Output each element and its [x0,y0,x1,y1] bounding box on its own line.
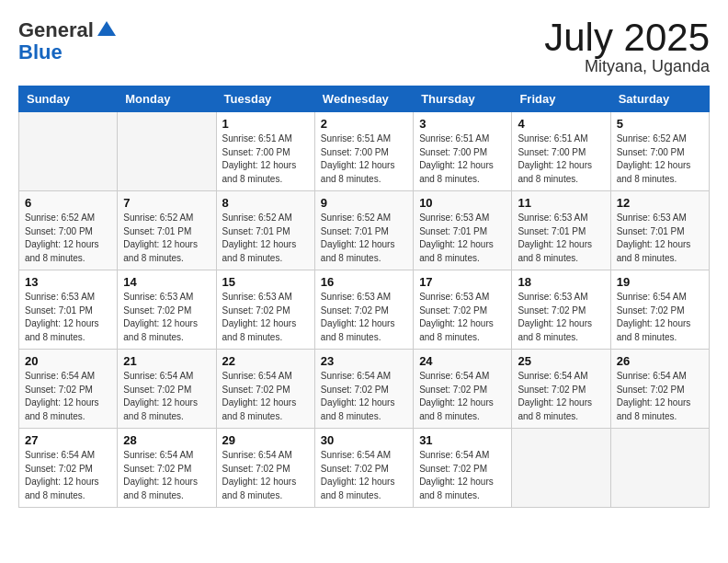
calendar-cell: 2Sunrise: 6:51 AM Sunset: 7:00 PM Daylig… [314,112,413,191]
day-number: 21 [123,354,210,368]
calendar-cell: 17Sunrise: 6:53 AM Sunset: 7:02 PM Dayli… [414,270,512,350]
day-info: Sunrise: 6:54 AM Sunset: 7:02 PM Dayligh… [321,449,407,502]
calendar-cell [118,112,216,191]
day-number: 23 [321,354,407,368]
calendar-cell: 22Sunrise: 6:54 AM Sunset: 7:02 PM Dayli… [216,350,314,429]
logo-icon [96,19,118,41]
day-info: Sunrise: 6:54 AM Sunset: 7:02 PM Dayligh… [25,370,111,423]
calendar-cell: 1Sunrise: 6:51 AM Sunset: 7:00 PM Daylig… [216,112,314,191]
weekday-header-wednesday: Wednesday [314,86,413,112]
calendar-cell: 28Sunrise: 6:54 AM Sunset: 7:02 PM Dayli… [118,429,216,508]
day-number: 31 [419,433,506,447]
calendar-week-row: 20Sunrise: 6:54 AM Sunset: 7:02 PM Dayli… [19,350,710,429]
day-info: Sunrise: 6:54 AM Sunset: 7:02 PM Dayligh… [321,370,407,423]
day-info: Sunrise: 6:52 AM Sunset: 7:01 PM Dayligh… [321,212,407,265]
day-number: 12 [617,196,703,210]
day-number: 15 [222,275,309,289]
day-info: Sunrise: 6:54 AM Sunset: 7:02 PM Dayligh… [419,449,506,502]
day-info: Sunrise: 6:53 AM Sunset: 7:02 PM Dayligh… [123,291,210,344]
title-block: July 2025 Mityana, Uganda [544,18,710,76]
page-header: General Blue July 2025 Mityana, Uganda [18,18,710,76]
day-info: Sunrise: 6:54 AM Sunset: 7:02 PM Dayligh… [617,291,703,344]
day-info: Sunrise: 6:53 AM Sunset: 7:02 PM Dayligh… [321,291,407,344]
day-number: 7 [123,196,210,210]
day-info: Sunrise: 6:52 AM Sunset: 7:01 PM Dayligh… [123,212,210,265]
calendar-cell: 16Sunrise: 6:53 AM Sunset: 7:02 PM Dayli… [314,270,413,350]
day-number: 9 [321,196,407,210]
calendar-cell: 5Sunrise: 6:52 AM Sunset: 7:00 PM Daylig… [610,112,709,191]
location-subtitle: Mityana, Uganda [544,57,710,76]
calendar-cell: 8Sunrise: 6:52 AM Sunset: 7:01 PM Daylig… [216,191,314,270]
calendar-cell: 7Sunrise: 6:52 AM Sunset: 7:01 PM Daylig… [118,191,216,270]
day-info: Sunrise: 6:54 AM Sunset: 7:02 PM Dayligh… [25,449,111,502]
weekday-header-saturday: Saturday [610,86,709,112]
calendar-cell: 3Sunrise: 6:51 AM Sunset: 7:00 PM Daylig… [414,112,512,191]
day-info: Sunrise: 6:54 AM Sunset: 7:02 PM Dayligh… [222,370,309,423]
calendar-cell: 29Sunrise: 6:54 AM Sunset: 7:02 PM Dayli… [216,429,314,508]
calendar-cell: 27Sunrise: 6:54 AM Sunset: 7:02 PM Dayli… [19,429,118,508]
day-number: 11 [518,196,604,210]
calendar-cell: 23Sunrise: 6:54 AM Sunset: 7:02 PM Dayli… [314,350,413,429]
day-number: 26 [617,354,703,368]
day-number: 5 [617,117,703,131]
day-info: Sunrise: 6:51 AM Sunset: 7:00 PM Dayligh… [321,132,407,186]
calendar-cell: 4Sunrise: 6:51 AM Sunset: 7:00 PM Daylig… [512,112,610,191]
day-info: Sunrise: 6:52 AM Sunset: 7:00 PM Dayligh… [25,212,111,265]
day-number: 14 [123,275,210,289]
day-info: Sunrise: 6:53 AM Sunset: 7:02 PM Dayligh… [419,291,506,344]
day-info: Sunrise: 6:53 AM Sunset: 7:02 PM Dayligh… [222,291,309,344]
day-info: Sunrise: 6:54 AM Sunset: 7:02 PM Dayligh… [518,370,604,423]
calendar-week-row: 27Sunrise: 6:54 AM Sunset: 7:02 PM Dayli… [19,429,710,508]
calendar-week-row: 1Sunrise: 6:51 AM Sunset: 7:00 PM Daylig… [19,112,710,191]
day-number: 28 [123,433,210,447]
day-info: Sunrise: 6:51 AM Sunset: 7:00 PM Dayligh… [518,132,604,186]
logo-general-text: General [18,18,94,42]
calendar-week-row: 6Sunrise: 6:52 AM Sunset: 7:00 PM Daylig… [19,191,710,270]
day-number: 6 [25,196,111,210]
calendar-week-row: 13Sunrise: 6:53 AM Sunset: 7:01 PM Dayli… [19,270,710,350]
day-info: Sunrise: 6:54 AM Sunset: 7:02 PM Dayligh… [123,449,210,502]
day-info: Sunrise: 6:54 AM Sunset: 7:02 PM Dayligh… [617,370,703,423]
day-number: 25 [518,354,604,368]
day-number: 2 [321,117,407,131]
calendar-cell [19,112,118,191]
day-number: 1 [222,117,309,131]
day-number: 16 [321,275,407,289]
svg-marker-0 [97,21,116,36]
logo-blue-text: Blue [18,40,63,63]
weekday-header-sunday: Sunday [19,86,118,112]
calendar-cell: 13Sunrise: 6:53 AM Sunset: 7:01 PM Dayli… [19,270,118,350]
calendar-cell: 31Sunrise: 6:54 AM Sunset: 7:02 PM Dayli… [414,429,512,508]
day-number: 17 [419,275,506,289]
calendar-cell: 6Sunrise: 6:52 AM Sunset: 7:00 PM Daylig… [19,191,118,270]
day-info: Sunrise: 6:53 AM Sunset: 7:01 PM Dayligh… [419,212,506,265]
calendar-header-row: SundayMondayTuesdayWednesdayThursdayFrid… [19,86,710,112]
weekday-header-tuesday: Tuesday [216,86,314,112]
calendar-cell: 26Sunrise: 6:54 AM Sunset: 7:02 PM Dayli… [610,350,709,429]
day-info: Sunrise: 6:54 AM Sunset: 7:02 PM Dayligh… [222,449,309,502]
day-info: Sunrise: 6:52 AM Sunset: 7:00 PM Dayligh… [617,132,703,186]
calendar-cell: 12Sunrise: 6:53 AM Sunset: 7:01 PM Dayli… [610,191,709,270]
weekday-header-monday: Monday [118,86,216,112]
day-number: 13 [25,275,111,289]
weekday-header-thursday: Thursday [414,86,512,112]
day-number: 20 [25,354,111,368]
day-number: 10 [419,196,506,210]
day-number: 27 [25,433,111,447]
day-number: 19 [617,275,703,289]
day-number: 29 [222,433,309,447]
day-info: Sunrise: 6:52 AM Sunset: 7:01 PM Dayligh… [222,212,309,265]
calendar-cell [610,429,709,508]
day-number: 30 [321,433,407,447]
day-info: Sunrise: 6:53 AM Sunset: 7:02 PM Dayligh… [518,291,604,344]
calendar-cell: 20Sunrise: 6:54 AM Sunset: 7:02 PM Dayli… [19,350,118,429]
day-info: Sunrise: 6:54 AM Sunset: 7:02 PM Dayligh… [419,370,506,423]
day-number: 22 [222,354,309,368]
month-title: July 2025 [544,18,710,57]
calendar-cell: 9Sunrise: 6:52 AM Sunset: 7:01 PM Daylig… [314,191,413,270]
day-number: 4 [518,117,604,131]
calendar-cell: 18Sunrise: 6:53 AM Sunset: 7:02 PM Dayli… [512,270,610,350]
day-info: Sunrise: 6:51 AM Sunset: 7:00 PM Dayligh… [222,132,309,186]
calendar-cell: 25Sunrise: 6:54 AM Sunset: 7:02 PM Dayli… [512,350,610,429]
day-info: Sunrise: 6:54 AM Sunset: 7:02 PM Dayligh… [123,370,210,423]
